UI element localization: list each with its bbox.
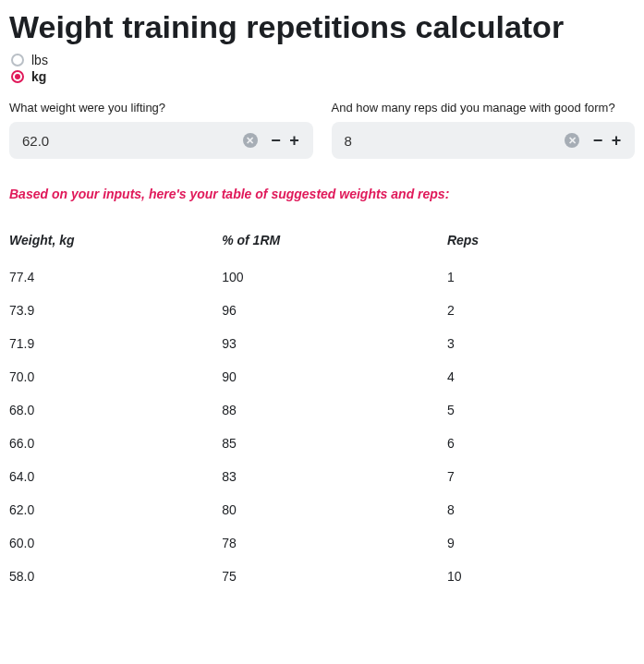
cell-weight: 70.0 [9, 360, 222, 393]
unit-radio-lbs[interactable]: lbs [11, 53, 635, 67]
weight-input[interactable] [22, 133, 243, 149]
unit-radio-kg[interactable]: kg [11, 69, 635, 84]
cell-pct: 85 [222, 427, 447, 460]
cell-pct: 93 [222, 327, 447, 360]
column-header-weight: Weight, kg [9, 225, 222, 260]
results-table: Weight, kg % of 1RM Reps 77.4100173.9962… [9, 225, 635, 593]
cell-pct: 90 [222, 360, 447, 393]
cell-reps: 6 [447, 427, 635, 460]
cell-weight: 73.9 [9, 294, 222, 327]
cell-weight: 71.9 [9, 327, 222, 360]
cell-pct: 80 [222, 493, 447, 526]
decrement-button[interactable]: − [589, 127, 607, 154]
clear-icon[interactable]: ✕ [243, 133, 258, 148]
table-row: 66.0856 [9, 427, 635, 460]
cell-pct: 78 [222, 526, 447, 560]
unit-radio-label: lbs [31, 53, 48, 67]
cell-reps: 2 [447, 294, 635, 327]
cell-reps: 8 [447, 493, 635, 526]
unit-radio-group: lbs kg [11, 53, 635, 84]
table-row: 58.07510 [9, 560, 635, 593]
unit-radio-label: kg [31, 69, 46, 84]
results-caption: Based on your inputs, here's your table … [9, 187, 635, 201]
cell-reps: 3 [447, 327, 635, 360]
cell-reps: 10 [447, 560, 635, 593]
column-header-reps: Reps [447, 225, 635, 260]
cell-reps: 4 [447, 360, 635, 393]
reps-input[interactable] [345, 133, 565, 149]
cell-reps: 7 [447, 460, 635, 493]
table-row: 62.0808 [9, 493, 635, 526]
cell-weight: 66.0 [9, 427, 222, 460]
cell-reps: 9 [447, 526, 635, 560]
cell-pct: 100 [222, 260, 447, 294]
increment-button[interactable]: + [286, 127, 304, 154]
radio-icon [11, 70, 24, 83]
clear-icon[interactable]: ✕ [565, 133, 579, 148]
weight-input-wrapper: ✕ − + [9, 122, 313, 159]
table-row: 64.0837 [9, 460, 635, 493]
cell-pct: 96 [222, 294, 447, 327]
cell-weight: 60.0 [9, 526, 222, 560]
radio-icon [11, 54, 24, 66]
reps-input-label: And how many reps did you manage with go… [332, 101, 636, 115]
column-header-pct: % of 1RM [222, 225, 447, 260]
table-row: 70.0904 [9, 360, 635, 393]
cell-weight: 58.0 [9, 560, 222, 593]
page-title: Weight training repetitions calculator [9, 9, 635, 45]
reps-input-wrapper: ✕ − + [332, 122, 636, 159]
cell-pct: 88 [222, 393, 447, 427]
table-row: 73.9962 [9, 294, 635, 327]
weight-input-label: What weight were you lifting? [9, 101, 313, 115]
table-row: 60.0789 [9, 526, 635, 560]
cell-pct: 83 [222, 460, 447, 493]
table-row: 71.9933 [9, 327, 635, 360]
cell-weight: 77.4 [9, 260, 222, 294]
cell-weight: 68.0 [9, 393, 222, 427]
table-row: 68.0885 [9, 393, 635, 427]
table-row: 77.41001 [9, 260, 635, 294]
decrement-button[interactable]: − [267, 127, 286, 154]
cell-pct: 75 [222, 560, 447, 593]
cell-reps: 1 [447, 260, 635, 294]
cell-weight: 62.0 [9, 493, 222, 526]
cell-reps: 5 [447, 393, 635, 427]
increment-button[interactable]: + [607, 127, 626, 154]
cell-weight: 64.0 [9, 460, 222, 493]
